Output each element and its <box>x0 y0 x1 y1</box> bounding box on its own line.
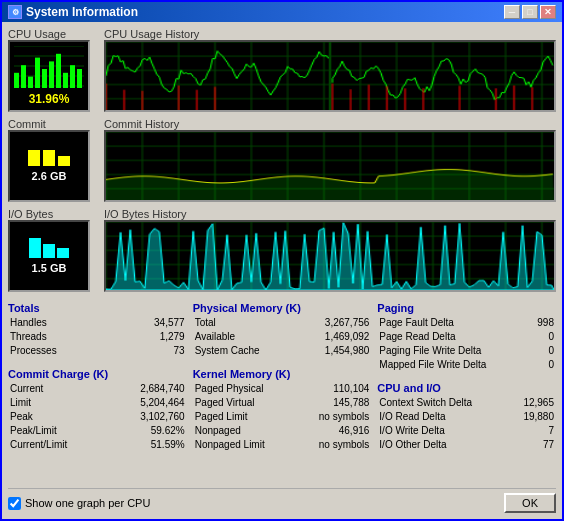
show-graph-checkbox[interactable] <box>8 497 21 510</box>
table-row: Peak/Limit59.62% <box>8 424 187 438</box>
row-value: 1,469,092 <box>298 330 372 344</box>
table-row: Paged Virtual145,788 <box>193 396 372 410</box>
paging-title: Paging <box>377 302 556 314</box>
row-value: 5,204,464 <box>108 396 187 410</box>
row-label: Paged Limit <box>193 410 296 424</box>
row-value: 1,454,980 <box>298 344 372 358</box>
io-stripe-3 <box>57 248 69 258</box>
physical-memory-table: Total3,267,756Available1,469,092System C… <box>193 316 372 358</box>
row-label: Threads <box>8 330 114 344</box>
row-label: Peak/Limit <box>8 424 108 438</box>
window-title: System Information <box>26 5 138 19</box>
commit-value: 2.6 GB <box>32 170 67 182</box>
io-display: 1.5 GB <box>8 220 90 292</box>
row-value: 12,965 <box>509 396 556 410</box>
table-row: Handles34,577 <box>8 316 187 330</box>
table-row: Page Fault Delta998 <box>377 316 556 330</box>
row-value: 0 <box>528 344 556 358</box>
table-row: Current/Limit51.59% <box>8 438 187 452</box>
maximize-button[interactable]: □ <box>522 5 538 19</box>
stats-section: Totals Handles34,577Threads1,279Processe… <box>8 302 556 482</box>
row-value: 3,267,756 <box>298 316 372 330</box>
row-value: 51.59% <box>108 438 187 452</box>
kernel-memory-title: Kernel Memory (K) <box>193 368 372 380</box>
main-content: CPU Usage 31.96% CPU Usage History Commi… <box>2 22 562 519</box>
row-label: Processes <box>8 344 114 358</box>
commit-label: Commit <box>8 118 98 130</box>
row-value: 1,279 <box>114 330 186 344</box>
commit-charge-table: Current2,684,740Limit5,204,464Peak3,102,… <box>8 382 187 452</box>
row-value: 998 <box>528 316 556 330</box>
io-stripes <box>29 238 69 258</box>
row-label: Handles <box>8 316 114 330</box>
table-row: Mapped File Write Delta0 <box>377 358 556 372</box>
ok-button[interactable]: OK <box>504 493 556 513</box>
table-row: Available1,469,092 <box>193 330 372 344</box>
close-button[interactable]: ✕ <box>540 5 556 19</box>
table-row: I/O Other Delta77 <box>377 438 556 452</box>
row-value: 59.62% <box>108 424 187 438</box>
show-graph-checkbox-label[interactable]: Show one graph per CPU <box>8 497 150 510</box>
row-value: no symbols <box>296 410 372 424</box>
row-label: I/O Read Delta <box>377 410 509 424</box>
stats-col-1: Totals Handles34,577Threads1,279Processe… <box>8 302 187 482</box>
paging-group: Paging Page Fault Delta998Page Read Delt… <box>377 302 556 372</box>
io-bytes-section: I/O Bytes 1.5 GB <box>8 208 98 294</box>
row-label: Nonpaged <box>193 424 296 438</box>
row-label: Paging File Write Delta <box>377 344 528 358</box>
commit-charge-group: Commit Charge (K) Current2,684,740Limit5… <box>8 368 187 452</box>
physical-memory-group: Physical Memory (K) Total3,267,756Availa… <box>193 302 372 358</box>
table-row: Nonpaged Limitno symbols <box>193 438 372 452</box>
table-row: Total3,267,756 <box>193 316 372 330</box>
kernel-memory-table: Paged Physical110,104Paged Virtual145,78… <box>193 382 372 452</box>
table-row: Threads1,279 <box>8 330 187 344</box>
io-history-label: I/O Bytes History <box>104 208 556 220</box>
title-bar: ⚙ System Information ─ □ ✕ <box>2 2 562 22</box>
row-label: Current/Limit <box>8 438 108 452</box>
cpu-history-section: CPU Usage History <box>104 28 556 114</box>
row-label: Paged Virtual <box>193 396 296 410</box>
commit-stripes <box>28 150 70 166</box>
table-row: Limit5,204,464 <box>8 396 187 410</box>
table-row: Paging File Write Delta0 <box>377 344 556 358</box>
io-bytes-label: I/O Bytes <box>8 208 98 220</box>
title-controls: ─ □ ✕ <box>504 5 556 19</box>
io-stripe-1 <box>29 238 41 258</box>
table-row: System Cache1,454,980 <box>193 344 372 358</box>
cpu-usage-label: CPU Usage <box>8 28 98 40</box>
totals-group: Totals Handles34,577Threads1,279Processe… <box>8 302 187 358</box>
cpu-io-table: Context Switch Delta12,965I/O Read Delta… <box>377 396 556 452</box>
row-value: 46,916 <box>296 424 372 438</box>
commit-stripe-1 <box>28 150 40 166</box>
io-history-section: I/O Bytes History <box>104 208 556 294</box>
row-label: Peak <box>8 410 108 424</box>
row-label: Total <box>193 316 298 330</box>
row-value: 77 <box>509 438 556 452</box>
table-row: Peak3,102,760 <box>8 410 187 424</box>
minimize-button[interactable]: ─ <box>504 5 520 19</box>
commit-history-section: Commit History <box>104 118 556 204</box>
row-value: 2,684,740 <box>108 382 187 396</box>
title-bar-left: ⚙ System Information <box>8 5 138 19</box>
commit-stripe-2 <box>43 150 55 166</box>
row-value: 110,104 <box>296 382 372 396</box>
commit-stripe-3 <box>58 156 70 166</box>
row-label: Nonpaged Limit <box>193 438 296 452</box>
table-row: I/O Write Delta7 <box>377 424 556 438</box>
table-row: I/O Read Delta19,880 <box>377 410 556 424</box>
row-label: Mapped File Write Delta <box>377 358 528 372</box>
row-label: Page Fault Delta <box>377 316 528 330</box>
cpu-usage-display: 31.96% <box>8 40 90 112</box>
io-history-graph <box>104 220 556 292</box>
row-value: 7 <box>509 424 556 438</box>
row-label: I/O Write Delta <box>377 424 509 438</box>
totals-title: Totals <box>8 302 187 314</box>
table-row: Paged Physical110,104 <box>193 382 372 396</box>
row-value: 34,577 <box>114 316 186 330</box>
commit-history-graph <box>104 130 556 202</box>
row-label: Available <box>193 330 298 344</box>
cpu-history-graph <box>104 40 556 112</box>
commit-charge-title: Commit Charge (K) <box>8 368 187 380</box>
stats-col-3: Paging Page Fault Delta998Page Read Delt… <box>377 302 556 482</box>
paging-table: Page Fault Delta998Page Read Delta0Pagin… <box>377 316 556 372</box>
